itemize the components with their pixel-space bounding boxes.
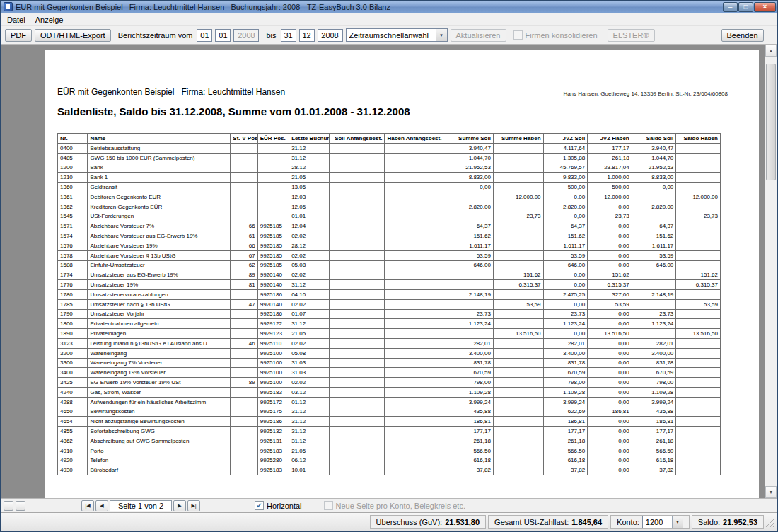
- table-cell: 05.08: [289, 348, 330, 358]
- table-cell: 4654: [58, 417, 88, 427]
- pdf-button[interactable]: PDF: [5, 29, 32, 42]
- table-row: 4288Aufwendungen für ein häusliches Arbe…: [58, 397, 721, 407]
- from-month-input[interactable]: [215, 29, 231, 42]
- report-title: Saldenliste, Saldo bis 31.12.2008, Summe…: [57, 105, 728, 117]
- table-cell: [385, 192, 443, 202]
- vertical-scrollbar[interactable]: ▲ ▼: [765, 45, 777, 498]
- table-cell: 0,00: [543, 299, 588, 309]
- table-cell: 670,59: [443, 368, 494, 378]
- last-page-button[interactable]: ▶|: [187, 500, 200, 511]
- table-cell: 186,81: [543, 417, 588, 427]
- table-cell: 3.999,24: [443, 397, 494, 407]
- table-cell: 1.611,17: [543, 241, 588, 250]
- table-cell: [231, 358, 257, 368]
- table-cell: 0,00: [588, 378, 632, 388]
- konto-label: Konto:: [617, 518, 639, 526]
- from-year-input[interactable]: [233, 29, 259, 42]
- to-day-input[interactable]: [281, 29, 296, 42]
- table-cell: [329, 329, 385, 339]
- column-header: EÜR Pos.: [257, 134, 289, 144]
- table-cell: 12.000,00: [588, 192, 632, 202]
- table-cell: 4240: [58, 387, 88, 397]
- table-cell: 01.07: [289, 309, 330, 319]
- table-cell: 3.940,47: [632, 144, 676, 154]
- table-cell: Gas, Strom, Wasser: [88, 387, 231, 397]
- table-cell: 9925110: [257, 338, 289, 348]
- table-row: 1571Abziehbare Vorsteuer 7%66992518512.0…: [58, 221, 721, 231]
- table-cell: [676, 397, 721, 407]
- report-header: EÜR mit Gegenkonten Beispiel Firma: Leuc…: [57, 87, 728, 97]
- table-cell: 3425: [58, 378, 88, 388]
- consolidate-checkbox[interactable]: [513, 30, 523, 40]
- table-cell: [385, 329, 443, 339]
- table-cell: 23,73: [676, 212, 721, 221]
- to-year-input[interactable]: [318, 29, 343, 42]
- konto-combobox[interactable]: 1200 ▼: [642, 516, 683, 528]
- horizontal-checkbox[interactable]: ✔: [255, 501, 264, 510]
- table-row: 3123Leistung Inland n.§13bUStG e.i.Ausla…: [58, 338, 721, 348]
- table-cell: [493, 173, 543, 183]
- table-cell: Porto: [88, 446, 231, 456]
- to-month-input[interactable]: [299, 29, 315, 42]
- table-cell: 53,59: [588, 299, 632, 309]
- table-cell: 261,18: [443, 436, 494, 446]
- from-day-input[interactable]: [197, 29, 212, 42]
- period-quick-select[interactable]: Zeitraumschnellanwahl ▼: [346, 28, 448, 42]
- table-cell: [676, 427, 721, 436]
- column-header: Soll Anfangsbest.: [329, 134, 385, 144]
- first-page-button[interactable]: |◀: [81, 500, 94, 511]
- table-cell: 23.817,04: [588, 163, 632, 173]
- previous-page-button[interactable]: ◀: [95, 500, 108, 511]
- table-cell: 261,18: [632, 436, 676, 446]
- table-cell: [329, 387, 385, 397]
- close-button[interactable]: ×: [754, 2, 776, 12]
- table-cell: 66: [231, 221, 257, 231]
- table-cell: 9925183: [257, 466, 289, 475]
- table-cell: 9925186: [257, 289, 289, 299]
- table-cell: [443, 280, 494, 290]
- table-cell: 1.123,24: [632, 319, 676, 329]
- next-page-button[interactable]: ▶: [173, 500, 186, 511]
- table-cell: 0,00: [588, 417, 632, 427]
- table-cell: [493, 397, 543, 407]
- resize-grip-icon[interactable]: [765, 518, 774, 527]
- table-cell: USt-Forderungen: [88, 212, 231, 221]
- table-cell: 23,73: [443, 309, 494, 319]
- scrollbar-track[interactable]: [765, 57, 777, 486]
- horizontal-label: Horizontal: [267, 502, 302, 510]
- table-cell: 1361: [58, 192, 88, 202]
- chevron-down-icon[interactable]: ▼: [436, 29, 447, 41]
- table-cell: 61: [231, 231, 257, 241]
- table-cell: 53,59: [443, 250, 494, 260]
- zoom-out-button[interactable]: [4, 501, 13, 511]
- refresh-button[interactable]: Aktualisieren: [451, 29, 506, 42]
- elster-button[interactable]: ELSTER®: [608, 29, 655, 42]
- odt-html-export-button[interactable]: ODT/HTML-Export: [35, 29, 111, 42]
- table-cell: [231, 368, 257, 378]
- scrollbar-thumb[interactable]: [766, 64, 776, 180]
- table-cell: 9925185: [257, 231, 289, 241]
- beenden-button[interactable]: Beenden: [721, 29, 764, 42]
- chevron-down-icon[interactable]: ▼: [672, 516, 683, 528]
- table-cell: [329, 202, 385, 212]
- table-cell: 05.08: [289, 260, 330, 270]
- table-cell: 670,59: [632, 368, 676, 378]
- status-bar: Überschuss (GuV): 21.531,80 Gesamt USt-Z…: [1, 512, 777, 531]
- table-row: 3300Wareneingang 7% Vorsteuer992510031.0…: [58, 358, 721, 368]
- menu-datei[interactable]: Datei: [2, 15, 30, 25]
- menu-anzeige[interactable]: Anzeige: [30, 15, 69, 25]
- table-cell: 831,78: [632, 358, 676, 368]
- new-page-checkbox[interactable]: [324, 501, 333, 510]
- maximize-button[interactable]: □: [738, 2, 753, 12]
- scroll-down-icon[interactable]: ▼: [765, 486, 777, 498]
- table-cell: 0,00: [588, 338, 632, 348]
- column-header: Name: [88, 134, 231, 144]
- table-cell: [329, 446, 385, 456]
- table-cell: Privateinlagen: [88, 329, 231, 339]
- minimize-button[interactable]: –: [723, 2, 738, 12]
- scroll-up-icon[interactable]: ▲: [765, 45, 777, 57]
- zoom-in-button[interactable]: [16, 501, 25, 511]
- table-cell: [231, 446, 257, 456]
- table-cell: [443, 329, 494, 339]
- table-cell: 64,37: [443, 221, 494, 231]
